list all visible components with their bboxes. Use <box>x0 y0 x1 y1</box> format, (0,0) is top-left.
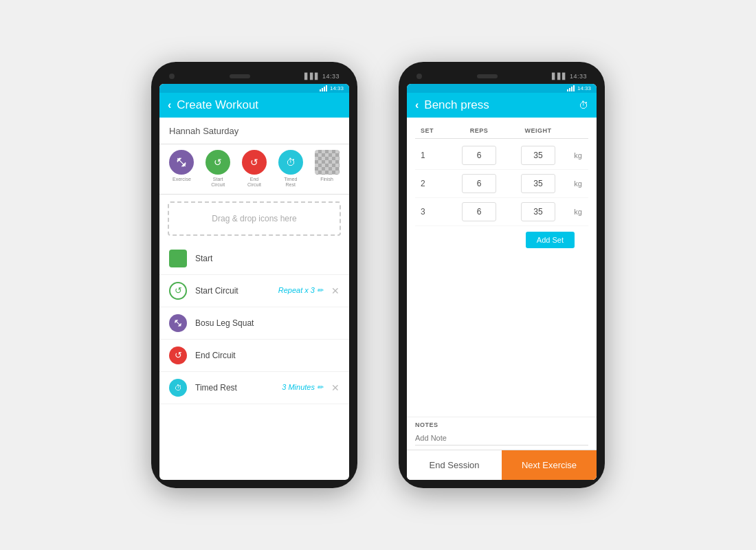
left-top-bar: ▋▋▋ 14:33 <box>159 70 349 84</box>
workout-name-input[interactable] <box>169 126 340 136</box>
unit-2: kg <box>568 179 588 188</box>
left-header: ‹ Create Workout <box>159 93 349 118</box>
left-screen: 14:33 ‹ Create Workout Exercise <box>159 84 349 480</box>
right-top-bar: ▋▋▋ 14:33 <box>407 70 597 84</box>
signal-bars <box>320 86 327 91</box>
start-circuit-icon: ↺ <box>205 150 230 175</box>
camera-right <box>416 74 422 79</box>
end-circuit-icon: ↺ <box>242 150 267 175</box>
table-header-row: SET REPS WEIGHT <box>415 123 588 139</box>
toolbar-finish[interactable]: Finish <box>315 150 340 188</box>
weight-input-3[interactable] <box>521 202 555 221</box>
toolbar-timed-rest[interactable]: ⏱ TimedRest <box>278 150 303 188</box>
col-unit <box>568 127 588 134</box>
right-status-bar: 14:33 <box>407 84 597 93</box>
start-circuit-label: StartCircuit <box>211 177 225 188</box>
set-row-2: 2 kg <box>415 170 588 198</box>
finish-label: Finish <box>320 177 333 182</box>
item-name-bosu: Bosu Leg Squat <box>195 318 340 328</box>
notes-label: NOTES <box>415 421 588 428</box>
reps-input-wrapper-2 <box>449 174 509 193</box>
exercise-list-icon <box>169 314 187 332</box>
weight-input-wrapper-1 <box>509 146 568 165</box>
left-screen-content: Exercise ↺ StartCircuit ↺ EndCircuit ⏱ T… <box>159 118 349 480</box>
list-item[interactable]: ↺ End Circuit <box>159 340 349 372</box>
status-time-left: 14:33 <box>330 85 344 91</box>
item-name-end-circuit: End Circuit <box>195 351 340 360</box>
weight-input-wrapper-2 <box>509 174 568 193</box>
notes-section: NOTES <box>407 417 597 450</box>
icon-toolbar: Exercise ↺ StartCircuit ↺ EndCircuit ⏱ T… <box>159 144 349 195</box>
camera <box>169 74 175 79</box>
signal-left: ▋▋▋ 14:33 <box>304 73 340 80</box>
right-phone: ▋▋▋ 14:33 14:33 ‹ Bench press ⏱ SET <box>399 62 605 488</box>
delete-start-circuit[interactable]: ✕ <box>331 285 340 296</box>
item-meta-minutes: 3 Minutes ✏ <box>282 383 323 392</box>
speaker <box>230 74 250 78</box>
workout-list: Start ↺ Start Circuit Repeat x 3 ✏ ✕ Bos… <box>159 243 349 480</box>
col-reps: REPS <box>449 127 509 134</box>
status-time-right: 14:33 <box>577 85 591 91</box>
right-header: ‹ Bench press ⏱ <box>407 93 597 118</box>
end-session-button[interactable]: End Session <box>407 450 502 480</box>
set-row-3: 3 kg <box>415 198 588 226</box>
notes-input[interactable] <box>415 431 588 446</box>
start-circuit-list-icon: ↺ <box>169 282 187 300</box>
left-status-bar: 14:33 <box>159 84 349 93</box>
item-name-timed-rest: Timed Rest <box>195 383 274 393</box>
end-circuit-list-icon: ↺ <box>169 346 187 364</box>
bottom-actions: End Session Next Exercise <box>407 450 597 480</box>
item-meta-repeat: Repeat x 3 ✏ <box>278 286 323 295</box>
set-number-1: 1 <box>415 151 449 160</box>
reps-input-3[interactable] <box>462 202 496 221</box>
start-icon <box>169 250 187 267</box>
list-item[interactable]: ⏱ Timed Rest 3 Minutes ✏ ✕ <box>159 372 349 404</box>
list-item[interactable]: Start <box>159 243 349 275</box>
timed-rest-label: TimedRest <box>284 177 297 188</box>
next-exercise-button[interactable]: Next Exercise <box>502 450 597 480</box>
workout-name-section <box>159 118 349 144</box>
finish-icon <box>315 150 340 175</box>
delete-timed-rest[interactable]: ✕ <box>331 382 340 393</box>
end-circuit-label: EndCircuit <box>247 177 261 188</box>
add-set-button[interactable]: Add Set <box>526 232 575 248</box>
speaker-right <box>477 74 498 78</box>
toolbar-end-circuit[interactable]: ↺ EndCircuit <box>242 150 267 188</box>
timed-rest-icon: ⏱ <box>278 150 303 175</box>
signal-right: ▋▋▋ 14:33 <box>552 73 587 80</box>
weight-input-1[interactable] <box>521 146 555 165</box>
reps-input-wrapper-1 <box>449 146 509 165</box>
sets-table: SET REPS WEIGHT 1 kg <box>407 118 597 417</box>
item-name-start-circuit: Start Circuit <box>195 286 270 296</box>
exercise-icon <box>169 150 194 175</box>
signal-bars-right <box>567 86 575 91</box>
drag-drop-area: Drag & drop icons here <box>168 201 341 236</box>
weight-input-2[interactable] <box>521 174 555 193</box>
toolbar-start-circuit[interactable]: ↺ StartCircuit <box>205 150 230 188</box>
col-set: SET <box>415 127 449 134</box>
reps-input-1[interactable] <box>462 146 496 165</box>
item-name-start: Start <box>195 254 340 263</box>
list-item[interactable]: ↺ Start Circuit Repeat x 3 ✏ ✕ <box>159 275 349 307</box>
unit-1: kg <box>568 151 588 160</box>
reps-input-wrapper-3 <box>449 202 509 221</box>
right-screen-content: SET REPS WEIGHT 1 kg <box>407 118 597 480</box>
add-set-row: Add Set <box>415 226 588 254</box>
list-item[interactable]: Bosu Leg Squat <box>159 307 349 340</box>
timed-rest-list-icon: ⏱ <box>169 379 187 397</box>
left-phone: ▋▋▋ 14:33 14:33 ‹ Create Workout <box>151 62 357 488</box>
timer-icon[interactable]: ⏱ <box>579 100 588 111</box>
right-title: Bench press <box>424 98 573 112</box>
weight-input-wrapper-3 <box>509 202 568 221</box>
set-number-2: 2 <box>415 179 449 188</box>
back-button-right[interactable]: ‹ <box>415 99 419 111</box>
drag-drop-text: Drag & drop icons here <box>212 214 296 223</box>
reps-input-2[interactable] <box>462 174 496 193</box>
set-row-1: 1 kg <box>415 142 588 170</box>
exercise-label: Exercise <box>173 177 191 182</box>
set-number-3: 3 <box>415 207 449 217</box>
unit-3: kg <box>568 208 588 216</box>
toolbar-exercise[interactable]: Exercise <box>169 150 194 188</box>
back-button-left[interactable]: ‹ <box>168 99 171 111</box>
left-title: Create Workout <box>177 98 341 112</box>
